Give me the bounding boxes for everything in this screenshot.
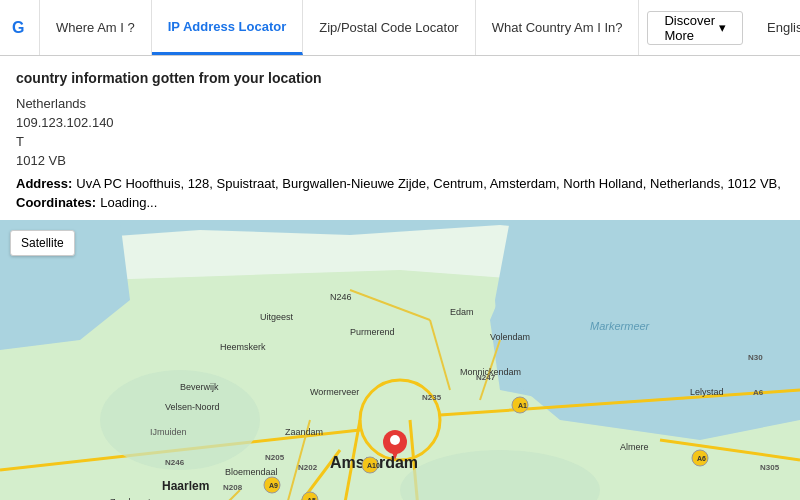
nav-what-country[interactable]: What Country Am I In?	[476, 0, 640, 55]
info-table: Netherlands 109.123.102.140 T 1012 VB	[16, 96, 784, 168]
svg-text:A10: A10	[367, 462, 380, 469]
info-section: country information gotten from your loc…	[0, 56, 800, 220]
svg-text:Wormerveer: Wormerveer	[310, 387, 359, 397]
svg-text:Zaandam: Zaandam	[285, 427, 323, 437]
svg-text:N247: N247	[476, 373, 496, 382]
chevron-down-icon: ▾	[719, 20, 726, 35]
svg-text:Edam: Edam	[450, 307, 474, 317]
code-value: T	[16, 134, 146, 149]
svg-text:N246: N246	[330, 292, 352, 302]
svg-text:A6: A6	[753, 388, 764, 397]
svg-text:A1: A1	[518, 402, 527, 409]
svg-text:Bloemendaal: Bloemendaal	[225, 467, 278, 477]
svg-text:IJmuiden: IJmuiden	[150, 427, 187, 437]
svg-text:Purmerend: Purmerend	[350, 327, 395, 337]
svg-point-61	[390, 435, 400, 445]
nav-where-am-i[interactable]: Where Am I ?	[40, 0, 152, 55]
address-value: UvA PC Hoofthuis, 128, Spuistraat, Burgw…	[76, 176, 781, 191]
svg-text:A9: A9	[269, 482, 278, 489]
discover-more-label: Discover More	[664, 13, 715, 43]
coordinates-value: Loading...	[100, 195, 157, 210]
map-svg: Uitgeest Heemskerk N246 Purmerend Edam V…	[0, 220, 800, 500]
svg-text:Velsen-Noord: Velsen-Noord	[165, 402, 220, 412]
svg-text:N205: N205	[265, 453, 285, 462]
address-row: Address: UvA PC Hoofthuis, 128, Spuistra…	[16, 176, 784, 191]
logo: G	[0, 0, 40, 55]
postal-value: 1012 VB	[16, 153, 146, 168]
address-label: Address:	[16, 176, 72, 191]
nav-zip-postal[interactable]: Zip/Postal Code Locator	[303, 0, 475, 55]
svg-text:N208: N208	[223, 483, 243, 492]
svg-text:Lelystad: Lelystad	[690, 387, 724, 397]
svg-text:N305: N305	[760, 463, 780, 472]
nav-ip-address-locator[interactable]: IP Address Locator	[152, 0, 303, 55]
svg-text:N246: N246	[165, 458, 185, 467]
svg-text:N235: N235	[422, 393, 442, 402]
svg-text:Volendam: Volendam	[490, 332, 530, 342]
svg-text:N30: N30	[748, 353, 763, 362]
satellite-button[interactable]: Satellite	[10, 230, 75, 256]
language-selector[interactable]: English	[751, 0, 800, 55]
discover-more-button[interactable]: Discover More ▾	[647, 11, 743, 45]
map-container[interactable]: Satellite	[0, 220, 800, 500]
svg-text:Almere: Almere	[620, 442, 649, 452]
navigation-bar: G Where Am I ? IP Address Locator Zip/Po…	[0, 0, 800, 56]
svg-text:A6: A6	[697, 455, 706, 462]
ip-value: 109.123.102.140	[16, 115, 146, 130]
svg-text:Heemskerk: Heemskerk	[220, 342, 266, 352]
svg-text:Uitgeest: Uitgeest	[260, 312, 294, 322]
svg-text:Haarlem: Haarlem	[162, 479, 209, 493]
svg-text:N202: N202	[298, 463, 318, 472]
section-title: country information gotten from your loc…	[16, 70, 784, 86]
svg-text:Markermeer: Markermeer	[590, 320, 651, 332]
coordinates-row: Coordinates: Loading...	[16, 195, 784, 210]
svg-text:Beverwijk: Beverwijk	[180, 382, 219, 392]
country-value: Netherlands	[16, 96, 146, 111]
coordinates-label: Coordinates:	[16, 195, 96, 210]
